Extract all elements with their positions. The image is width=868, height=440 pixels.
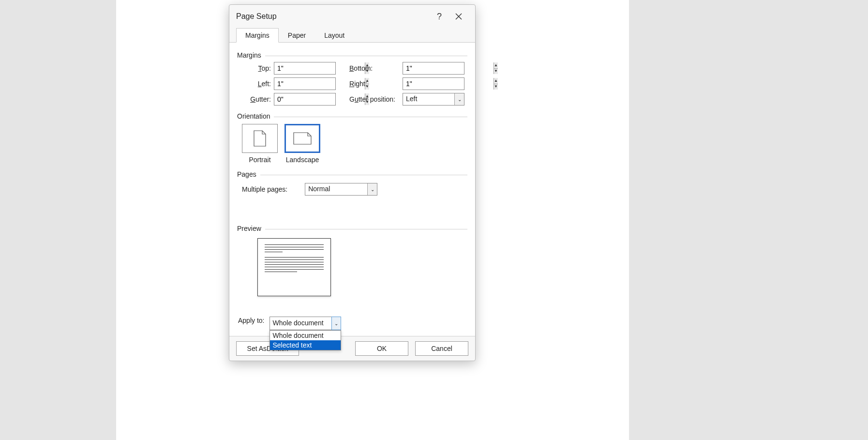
apply-to-combo[interactable]: Whole document ⌄: [269, 317, 341, 330]
portrait-label: Portrait: [249, 156, 270, 164]
divider: [274, 117, 467, 117]
section-orientation-label: Orientation: [237, 112, 270, 120]
apply-option-whole-document[interactable]: Whole document: [270, 331, 341, 340]
svg-marker-3: [294, 133, 311, 144]
orientation-row: Portrait Landscape: [237, 122, 467, 164]
right-label: Right:: [349, 80, 403, 88]
section-margins-head: Margins: [237, 51, 467, 59]
spin-down-icon[interactable]: ▼: [494, 84, 498, 90]
gutter-pos-combo[interactable]: Left ⌄: [403, 93, 464, 106]
section-preview-label: Preview: [237, 225, 261, 232]
preview-thumbnail: [257, 238, 331, 296]
apply-to-value: Whole document: [270, 317, 331, 330]
page-setup-dialog: Page Setup ? Margins Paper Layout Margin…: [229, 4, 476, 361]
gutter-pos-label: Gutter position:: [349, 95, 403, 103]
help-button[interactable]: ?: [430, 9, 449, 24]
top-label: Top:: [242, 64, 274, 72]
section-preview-head: Preview: [237, 225, 467, 232]
apply-to-row: Apply to: Whole document ⌄ Whole documen…: [237, 317, 467, 330]
spin-up-icon[interactable]: ▲: [494, 78, 498, 84]
gutter-spinbox[interactable]: ▲▼: [274, 93, 336, 106]
left-spinbox[interactable]: ▲▼: [274, 77, 336, 90]
bottom-spinbox[interactable]: ▲▼: [403, 62, 464, 75]
svg-marker-2: [254, 131, 266, 146]
top-spinbox[interactable]: ▲▼: [274, 62, 336, 75]
margins-grid: Top: ▲▼ Bottom: ▲▼ Left: ▲▼ Right: ▲▼: [237, 61, 467, 106]
close-button[interactable]: [449, 9, 468, 24]
ok-button[interactable]: OK: [355, 341, 408, 356]
tab-paper[interactable]: Paper: [279, 28, 315, 43]
spin-up-icon[interactable]: ▲: [494, 62, 498, 68]
tab-margins[interactable]: Margins: [236, 28, 279, 43]
chevron-down-icon[interactable]: ⌄: [331, 317, 341, 330]
margins-panel: Margins Top: ▲▼ Bottom: ▲▼ Left: ▲▼ Righ…: [229, 43, 475, 336]
divider: [265, 229, 467, 229]
multiple-pages-label: Multiple pages:: [242, 185, 287, 193]
section-pages-head: Pages: [237, 170, 467, 178]
pages-row: Multiple pages: Normal ⌄: [237, 180, 467, 196]
section-orientation-head: Orientation: [237, 112, 467, 120]
landscape-option[interactable]: Landscape: [284, 124, 320, 164]
gutter-label: Gutter:: [242, 95, 274, 103]
left-label: Left:: [242, 80, 274, 88]
spin-down-icon[interactable]: ▼: [494, 68, 498, 75]
apply-option-selected-text[interactable]: Selected text: [270, 340, 341, 350]
divider: [260, 175, 467, 175]
bottom-label: Bottom:: [349, 64, 403, 72]
landscape-icon: [293, 132, 312, 145]
apply-to-label: Apply to:: [238, 317, 265, 324]
dialog-titlebar: Page Setup ?: [229, 5, 475, 27]
right-input[interactable]: [403, 78, 494, 90]
section-margins-label: Margins: [237, 51, 261, 59]
bottom-input[interactable]: [403, 62, 494, 74]
cancel-button[interactable]: Cancel: [415, 341, 468, 356]
close-icon: [455, 13, 462, 20]
portrait-icon: [254, 130, 266, 147]
apply-to-dropdown: Whole document Selected text: [269, 330, 341, 350]
dialog-footer: Set As Default OK Cancel: [229, 336, 475, 361]
chevron-down-icon[interactable]: ⌄: [454, 93, 464, 105]
right-spinbox[interactable]: ▲▼: [403, 77, 464, 90]
dialog-title: Page Setup: [236, 12, 430, 21]
dialog-tabs: Margins Paper Layout: [229, 28, 475, 43]
tab-layout[interactable]: Layout: [315, 28, 354, 43]
landscape-label: Landscape: [286, 156, 319, 164]
multiple-pages-combo[interactable]: Normal ⌄: [305, 183, 377, 196]
portrait-option[interactable]: Portrait: [242, 124, 278, 164]
multiple-pages-value: Normal: [305, 183, 367, 195]
gutter-pos-value: Left: [403, 93, 454, 105]
divider: [265, 56, 467, 56]
chevron-down-icon[interactable]: ⌄: [367, 183, 377, 195]
section-pages-label: Pages: [237, 170, 256, 178]
